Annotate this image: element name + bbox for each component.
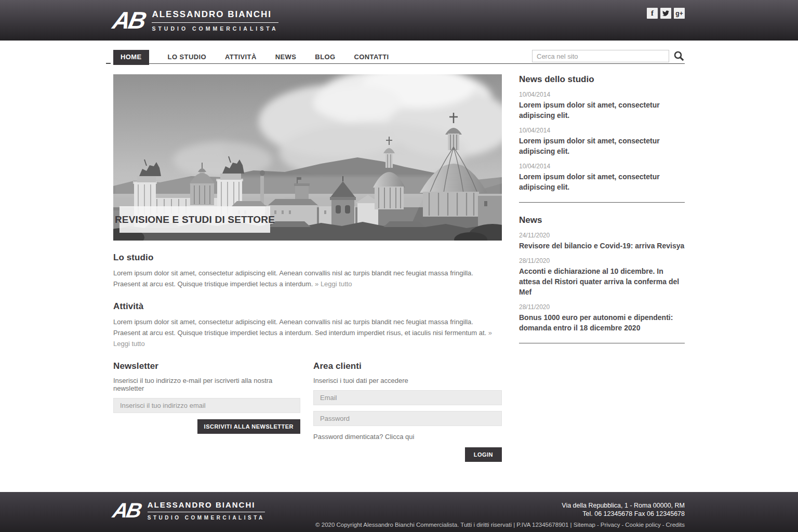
page: AB ALESSANDRO BIANCHI STUDIO COMMERCIALI… (0, 0, 798, 532)
newsletter-title: Newsletter (113, 361, 300, 371)
studio-news-item: 10/04/2014 Lorem ipsum dolor sit amet, c… (519, 127, 685, 156)
twitter-icon[interactable] (660, 8, 671, 19)
forgot-password-row: Password dimenticata? Clicca qui (313, 433, 502, 441)
site-footer: AB ALESSANDRO BIANCHI STUDIO COMMERCIALI… (0, 492, 798, 532)
news-title-link[interactable]: Revisore del bilancio e Covid-19: arriva… (519, 241, 685, 251)
brand-name: ALESSANDRO BIANCHI (152, 9, 278, 23)
phone-line: Tel. 06 12345678 Fax 06 12345678 (315, 510, 685, 518)
news-item: 28/11/2020 Acconti e dichiarazione al 10… (519, 257, 685, 297)
news-title-link[interactable]: Acconti e dichiarazione al 10 dicembre. … (519, 266, 685, 297)
facebook-icon[interactable]: f (647, 8, 658, 19)
login-password-input[interactable] (313, 411, 502, 426)
search-button[interactable] (673, 50, 685, 62)
site-header: AB ALESSANDRO BIANCHI STUDIO COMMERCIALI… (0, 0, 798, 41)
brand-subtitle: STUDIO COMMERCIALISTA (152, 25, 278, 32)
lo-studio-read-more-link[interactable]: » Leggi tutto (315, 280, 352, 288)
studio-news-item: 10/04/2014 Lorem ipsum dolor sit amet, c… (519, 91, 685, 121)
footer-link-cookie-policy[interactable]: Cookie policy (625, 522, 660, 528)
footer-right: Via della Repubblica, 1 - Roma 00000, RM… (315, 500, 685, 528)
studio-news-title: News dello studio (519, 74, 685, 85)
footer-address: Via della Repubblica, 1 - Roma 00000, RM… (315, 501, 685, 518)
news-title-link[interactable]: Lorem ipsum dolor sit amet, consectetur … (519, 171, 685, 192)
news-date: 10/04/2014 (519, 163, 685, 170)
footer-link-privacy[interactable]: Privacy (601, 522, 620, 528)
news-date: 28/11/2020 (519, 303, 685, 311)
footer-link-sitemap[interactable]: Sitemap (574, 522, 595, 528)
news-item: 24/11/2020 Revisore del bilancio e Covid… (519, 232, 685, 251)
hero-slider: REVISIONE E STUDI DI SETTORE (113, 74, 502, 241)
sidebar-divider (519, 343, 685, 343)
logo-ab-mark: AB (111, 8, 147, 32)
footer-link-credits[interactable]: Credits (666, 522, 685, 528)
brand-subtitle: STUDIO COMMERCIALISTA (148, 515, 265, 521)
content-column: REVISIONE E STUDI DI SETTORE Lo studio L… (113, 74, 502, 462)
nav-item-attivita[interactable]: ATTIVITÀ (225, 50, 257, 61)
area-clienti-section: Area clienti Inserisci i tuoi dati per a… (313, 361, 502, 462)
login-button[interactable]: LOGIN (465, 447, 502, 462)
nav-item-contatti[interactable]: CONTATTI (354, 50, 389, 61)
copyright-text: © 2020 Copyright Alessandro Bianchi Comm… (315, 522, 571, 528)
nav-list: HOME LO STUDIO ATTIVITÀ NEWS BLOG CONTAT… (113, 50, 407, 65)
nav-item-home[interactable]: HOME (113, 50, 149, 65)
hero-caption: REVISIONE E STUDI DI SETTORE (119, 206, 270, 233)
area-clienti-description: Inserisci i tuoi dati per accedere (313, 377, 502, 384)
section-lo-studio: Lo studio Lorem ipsum dolor sit amet, co… (113, 252, 502, 289)
nav-item-news[interactable]: NEWS (275, 50, 297, 61)
social-links: f g+ (647, 8, 685, 19)
sidebar: News dello studio 10/04/2014 Lorem ipsum… (519, 74, 685, 343)
attivita-text: Lorem ipsum dolor sit amet, consectetur … (113, 316, 502, 349)
sidebar-divider (519, 202, 685, 203)
nav-underline (118, 63, 685, 64)
section-attivita: Attività Lorem ipsum dolor sit amet, con… (113, 301, 502, 349)
lo-studio-title: Lo studio (113, 252, 502, 263)
newsletter-description: Inserisci il tuo indirizzo e-mail per is… (113, 377, 300, 392)
site-logo[interactable]: AB ALESSANDRO BIANCHI STUDIO COMMERCIALI… (113, 8, 278, 32)
main-area: REVISIONE E STUDI DI SETTORE Lo studio L… (0, 74, 798, 462)
brand-name: ALESSANDRO BIANCHI (148, 500, 265, 512)
logo-text: ALESSANDRO BIANCHI STUDIO COMMERCIALISTA (148, 500, 265, 521)
navigation-bar: HOME LO STUDIO ATTIVITÀ NEWS BLOG CONTAT… (0, 41, 798, 64)
newsletter-subscribe-button[interactable]: ISCRIVITI ALLA NEWSLETTER (197, 419, 300, 434)
main-nav: HOME LO STUDIO ATTIVITÀ NEWS BLOG CONTAT… (113, 50, 685, 64)
news-date: 10/04/2014 (519, 91, 685, 98)
newsletter-email-input[interactable] (113, 398, 300, 413)
nav-item-lo-studio[interactable]: LO STUDIO (168, 50, 206, 61)
news-item: 28/11/2020 Bonus 1000 euro per autonomi … (519, 303, 685, 333)
footer-top: AB ALESSANDRO BIANCHI STUDIO COMMERCIALI… (113, 500, 685, 528)
nav-item-blog[interactable]: BLOG (315, 50, 335, 61)
nav-left-dash (106, 63, 111, 64)
news-title-link[interactable]: Bonus 1000 euro per autonomi e dipendent… (519, 312, 685, 333)
attivita-title: Attività (113, 301, 502, 312)
address-line: Via della Repubblica, 1 - Roma 00000, RM (315, 501, 685, 510)
news-title-link[interactable]: Lorem ipsum dolor sit amet, consectetur … (519, 100, 685, 121)
forms-row: Newsletter Inserisci il tuo indirizzo e-… (113, 361, 502, 462)
login-email-input[interactable] (313, 390, 502, 405)
news-date: 28/11/2020 (519, 257, 685, 264)
area-clienti-title: Area clienti (313, 361, 502, 371)
footer-logo[interactable]: AB ALESSANDRO BIANCHI STUDIO COMMERCIALI… (113, 500, 265, 521)
studio-news-block: News dello studio 10/04/2014 Lorem ipsum… (519, 74, 685, 203)
forgot-password-link[interactable]: Clicca qui (385, 433, 414, 441)
news-block: News 24/11/2020 Revisore del bilancio e … (519, 215, 685, 343)
news-date: 10/04/2014 (519, 127, 685, 134)
search-icon (673, 50, 685, 62)
logo-ab-mark: AB (111, 500, 142, 521)
news-title-link[interactable]: Lorem ipsum dolor sit amet, consectetur … (519, 136, 685, 156)
footer-copyright: © 2020 Copyright Alessandro Bianchi Comm… (315, 522, 685, 528)
studio-news-item: 10/04/2014 Lorem ipsum dolor sit amet, c… (519, 163, 685, 192)
search-input[interactable] (532, 50, 669, 62)
google-plus-icon[interactable]: g+ (674, 8, 685, 19)
newsletter-section: Newsletter Inserisci il tuo indirizzo e-… (113, 361, 300, 462)
news-title: News (519, 215, 685, 225)
site-search (532, 50, 685, 62)
lo-studio-text: Lorem ipsum dolor sit amet, consectetur … (113, 268, 502, 289)
news-date: 24/11/2020 (519, 232, 685, 239)
logo-text: ALESSANDRO BIANCHI STUDIO COMMERCIALISTA (152, 9, 278, 32)
